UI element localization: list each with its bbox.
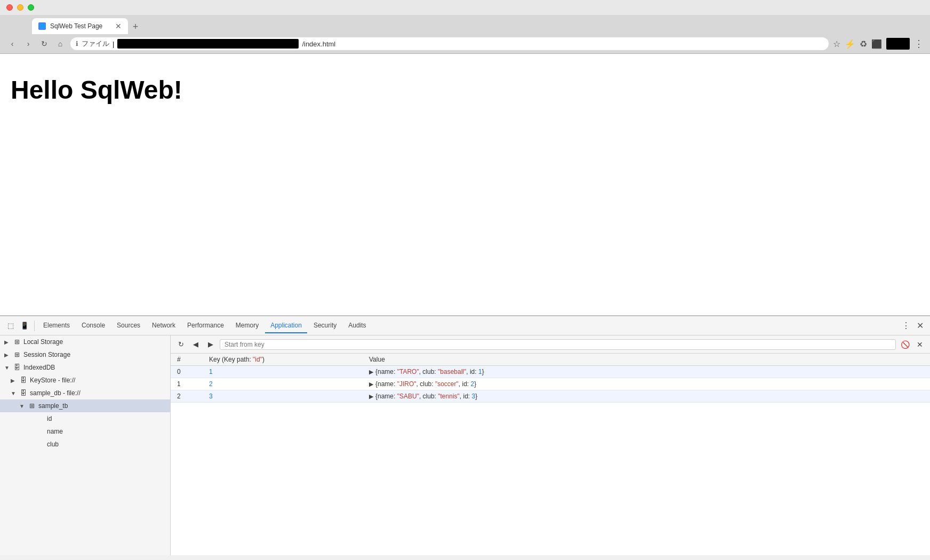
- row-value-0: ▶{name: "TARO", club: "baseball", id: 1}: [363, 366, 930, 378]
- sample-tb-icon: ⊞: [28, 402, 36, 410]
- row-value-2: ▶{name: "SABU", club: "tennis", id: 3}: [363, 390, 930, 403]
- url-hidden-block: [117, 39, 299, 49]
- sidebar-label-club: club: [47, 441, 59, 448]
- sidebar-item-local-storage[interactable]: ▶ ⊞ Local Storage: [0, 335, 170, 348]
- indexed-db-table: # Key (Key path: "id") Value 0 1 ▶{name:…: [171, 354, 930, 403]
- table-row[interactable]: 1 2 ▶{name: "JIRO", club: "soccer", id: …: [171, 378, 930, 390]
- arrow-icon: ▶: [4, 339, 11, 345]
- table-header-row: # Key (Key path: "id") Value: [171, 354, 930, 366]
- sidebar-item-sample-tb[interactable]: ▼ ⊞ sample_tb: [0, 399, 170, 412]
- devtools-body: ▶ ⊞ Local Storage ▶ ⊞ Session Storage ▼ …: [0, 335, 930, 555]
- block-icon-button[interactable]: 🚫: [899, 339, 911, 350]
- tab-memory[interactable]: Memory: [230, 318, 264, 333]
- bookmark-icon[interactable]: ☆: [833, 39, 840, 49]
- data-table: # Key (Key path: "id") Value 0 1 ▶{name:…: [171, 354, 930, 555]
- reload-button[interactable]: ↻: [38, 38, 50, 50]
- col-header-hash: #: [171, 354, 203, 366]
- col-header-value: Value: [363, 354, 930, 366]
- title-bar: [0, 0, 930, 15]
- sidebar-item-club-field[interactable]: club: [0, 438, 170, 451]
- row-key-2: 3: [203, 390, 363, 403]
- refresh-button[interactable]: ↻: [175, 339, 187, 350]
- address-right-icons: ☆ ⚡ ♻ ⬛ ⋮: [833, 38, 924, 50]
- close-button[interactable]: [6, 4, 13, 11]
- sidebar-label-keystore: KeyStore - file://: [30, 377, 75, 384]
- sample-db-icon: 🗄: [19, 389, 28, 397]
- sidebar-label-sample-db: sample_db - file://: [30, 389, 81, 397]
- tab-title: SqlWeb Test Page: [50, 22, 111, 30]
- tab-security[interactable]: Security: [308, 318, 342, 333]
- home-button[interactable]: ⌂: [54, 38, 66, 50]
- page-content: Hello SqlWeb!: [0, 54, 930, 315]
- keystore-icon: 🗄: [19, 377, 28, 384]
- inspect-element-button[interactable]: ⬚: [4, 319, 17, 332]
- arrow-icon: ▶: [4, 352, 11, 358]
- row-key-0: 1: [203, 366, 363, 378]
- table-row[interactable]: 0 1 ▶{name: "TARO", club: "baseball", id…: [171, 366, 930, 378]
- local-storage-icon: ⊞: [13, 338, 21, 346]
- menu-button[interactable]: ⋮: [914, 38, 924, 50]
- minimize-button[interactable]: [17, 4, 23, 11]
- new-tab-button[interactable]: +: [128, 19, 143, 34]
- devtools-panel: ⬚ 📱 Elements Console Sources Network Per…: [0, 315, 930, 555]
- profile-box[interactable]: [886, 38, 910, 50]
- cast-icon[interactable]: ♻: [860, 39, 867, 49]
- row-hash-0: 0: [171, 366, 203, 378]
- row-hash-2: 2: [171, 390, 203, 403]
- browser-tab[interactable]: 🌐 SqlWeb Test Page ✕: [32, 18, 128, 34]
- sidebar-item-keystore[interactable]: ▶ 🗄 KeyStore - file://: [0, 374, 170, 387]
- tab-application[interactable]: Application: [265, 318, 307, 333]
- table-row[interactable]: 2 3 ▶{name: "SABU", club: "tennis", id: …: [171, 390, 930, 403]
- back-button[interactable]: ‹: [6, 38, 18, 50]
- sidebar-label-id: id: [47, 415, 52, 422]
- sidebar-label-name: name: [47, 428, 63, 435]
- sidebar-label-sample-tb: sample_tb: [38, 402, 68, 410]
- tab-audits[interactable]: Audits: [343, 318, 371, 333]
- tab-sources[interactable]: Sources: [111, 318, 146, 333]
- devtools-sidebar: ▶ ⊞ Local Storage ▶ ⊞ Session Storage ▼ …: [0, 335, 171, 555]
- tab-favicon: 🌐: [38, 22, 46, 30]
- file-label: ファイル: [82, 39, 109, 49]
- sidebar-item-sample-db[interactable]: ▼ 🗄 sample_db - file://: [0, 387, 170, 399]
- row-key-1: 2: [203, 378, 363, 390]
- tab-network[interactable]: Network: [147, 318, 181, 333]
- address-input[interactable]: ℹ ファイル | /index.html: [70, 37, 829, 50]
- toolbar-separator: [34, 321, 35, 331]
- extensions-icon[interactable]: ⬛: [871, 39, 882, 49]
- sidebar-item-indexeddb[interactable]: ▼ 🗄 IndexedDB: [0, 361, 170, 374]
- tab-console[interactable]: Console: [76, 318, 110, 333]
- session-storage-icon: ⊞: [13, 351, 21, 358]
- lightning-icon[interactable]: ⚡: [845, 39, 855, 49]
- clear-button[interactable]: ✕: [914, 339, 926, 350]
- page-heading: Hello SqlWeb!: [11, 65, 919, 105]
- sidebar-item-id-field[interactable]: id: [0, 412, 170, 425]
- sidebar-label-session-storage: Session Storage: [23, 351, 70, 358]
- arrow-icon: ▼: [4, 365, 11, 371]
- key-path-value: "id": [253, 356, 262, 363]
- url-suffix: /index.html: [302, 40, 335, 48]
- sidebar-item-session-storage[interactable]: ▶ ⊞ Session Storage: [0, 348, 170, 361]
- devtools-more-button[interactable]: ⋮: [899, 321, 913, 331]
- arrow-icon: ▼: [19, 403, 26, 409]
- forward-button[interactable]: ›: [22, 38, 34, 50]
- device-toggle-button[interactable]: 📱: [18, 319, 31, 332]
- tab-performance[interactable]: Performance: [182, 318, 229, 333]
- browser-chrome: 🌐 SqlWeb Test Page ✕ + ‹ › ↻ ⌂ ℹ ファイル | …: [0, 15, 930, 54]
- sidebar-item-name-field[interactable]: name: [0, 425, 170, 438]
- row-value-1: ▶{name: "JIRO", club: "soccer", id: 2}: [363, 378, 930, 390]
- address-bar: ‹ › ↻ ⌂ ℹ ファイル | /index.html ☆ ⚡ ♻ ⬛ ⋮: [0, 34, 930, 53]
- devtools-close-button[interactable]: ✕: [915, 321, 926, 331]
- arrow-icon: ▼: [11, 390, 17, 396]
- sidebar-label-local-storage: Local Storage: [23, 338, 63, 346]
- col-header-key: Key (Key path: "id"): [203, 354, 363, 366]
- start-from-key-input[interactable]: [220, 339, 896, 350]
- tab-bar: 🌐 SqlWeb Test Page ✕ +: [0, 15, 930, 34]
- indexeddb-icon: 🗄: [13, 364, 21, 371]
- maximize-button[interactable]: [28, 4, 34, 11]
- tab-elements[interactable]: Elements: [38, 318, 75, 333]
- tab-close-button[interactable]: ✕: [115, 22, 122, 30]
- row-hash-1: 1: [171, 378, 203, 390]
- next-button[interactable]: ▶: [205, 339, 217, 350]
- arrow-icon: ▶: [11, 378, 17, 383]
- prev-button[interactable]: ◀: [190, 339, 202, 350]
